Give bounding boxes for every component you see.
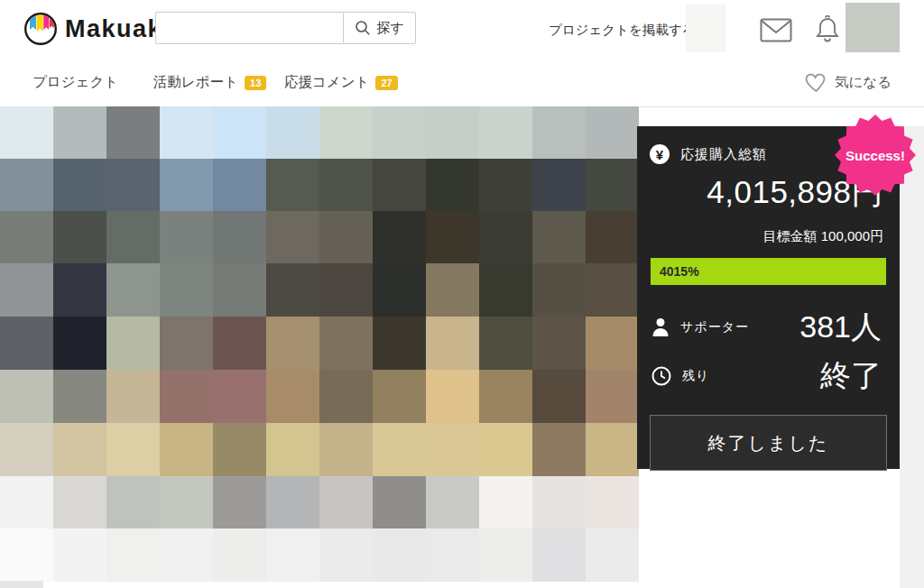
mosaic-cell (426, 476, 479, 528)
search-input[interactable] (155, 12, 343, 44)
mosaic-cell (479, 317, 532, 370)
mosaic-cell (53, 106, 106, 159)
mosaic-cell (373, 106, 426, 159)
mosaic-cell (319, 370, 373, 423)
mosaic-cell (53, 211, 106, 263)
tab-activity-report[interactable]: 活動レポート 13 (153, 60, 266, 106)
mosaic-cell (319, 159, 373, 211)
mosaic-cell (373, 159, 426, 211)
mosaic-cell (373, 317, 426, 370)
mosaic-cell (160, 106, 213, 159)
mosaic-cell (0, 211, 53, 263)
mosaic-cell (160, 263, 213, 317)
mosaic-cell (479, 263, 532, 317)
mosaic-cell (213, 263, 266, 317)
mosaic-cell (479, 106, 532, 159)
mosaic-cell (319, 528, 373, 582)
blurred-header-element (686, 5, 725, 52)
mosaic-cell (426, 528, 479, 582)
mosaic-cell (373, 476, 426, 528)
makuake-logo-icon (23, 12, 58, 46)
activity-report-count-badge: 13 (245, 76, 266, 90)
mosaic-cell (426, 159, 479, 211)
mosaic-cell (0, 159, 53, 211)
clock-icon (651, 366, 671, 386)
mosaic-cell (213, 476, 266, 528)
project-ended-button[interactable]: 終了しました (650, 415, 887, 471)
notifications-button[interactable] (815, 15, 840, 44)
tab-activity-report-label: 活動レポート (153, 73, 238, 92)
total-funding-label: 応援購入総額 (680, 146, 767, 163)
mosaic-cell (586, 476, 639, 528)
mosaic-cell (213, 211, 266, 263)
mosaic-cell (106, 528, 160, 582)
mosaic-cell (586, 370, 639, 423)
mosaic-cell (319, 263, 373, 317)
mail-button[interactable] (760, 18, 792, 42)
supporter-label: サポーター (680, 319, 749, 335)
mosaic-cell (106, 370, 160, 423)
mosaic-cell (106, 211, 160, 263)
mosaic-cell (373, 211, 426, 263)
mosaic-cell (213, 106, 266, 159)
mosaic-cell (319, 476, 373, 528)
mosaic-cell (53, 317, 106, 370)
mosaic-cell (479, 159, 532, 211)
mosaic-cell (586, 159, 639, 211)
heart-icon (805, 73, 827, 93)
mosaic-cell (426, 317, 479, 370)
mosaic-cell (532, 159, 586, 211)
avatar[interactable] (845, 3, 900, 52)
mosaic-cell (266, 211, 319, 263)
mosaic-cell (586, 423, 639, 476)
mosaic-cell (319, 317, 373, 370)
supporter-icon (651, 317, 670, 337)
mosaic-cell (319, 106, 373, 159)
mosaic-cell (532, 528, 586, 582)
mail-icon (760, 18, 792, 42)
success-badge-label: Success! (835, 115, 916, 196)
mosaic-cell (213, 370, 266, 423)
makuake-logo[interactable]: Makuake (23, 12, 178, 46)
mosaic-cell (426, 423, 479, 476)
mosaic-cell (213, 423, 266, 476)
mosaic-cell (160, 317, 213, 370)
mosaic-cell (532, 370, 586, 423)
mosaic-cell (319, 423, 373, 476)
mosaic-cell (0, 528, 53, 582)
search-icon (355, 20, 371, 36)
favorite-button[interactable]: 気になる (805, 60, 892, 106)
mosaic-cell (53, 423, 106, 476)
mosaic-cell (213, 159, 266, 211)
mosaic-cell (426, 263, 479, 317)
remaining-label: 残り (682, 368, 709, 384)
mosaic-cell (532, 476, 586, 528)
tab-project-label: プロジェクト (32, 73, 118, 92)
mosaic-cell (266, 159, 319, 211)
tab-support-comments[interactable]: 応援コメント 27 (284, 60, 398, 106)
mosaic-cell (53, 476, 106, 528)
mosaic-cell (426, 211, 479, 263)
mosaic-cell (373, 370, 426, 423)
progress-bar: 4015% (651, 258, 886, 285)
bell-icon (815, 15, 840, 44)
search-button-label: 探す (376, 20, 403, 37)
mosaic-cell (373, 263, 426, 317)
mosaic-cell (106, 423, 160, 476)
mosaic-cell (373, 423, 426, 476)
mosaic-cell (160, 476, 213, 528)
tab-support-comments-label: 応援コメント (284, 73, 369, 92)
tab-project[interactable]: プロジェクト (32, 60, 118, 106)
mosaic-cell (0, 263, 53, 317)
mosaic-cell (586, 317, 639, 370)
mosaic-cell (0, 423, 53, 476)
mosaic-cell (213, 317, 266, 370)
supporter-count: 381人 (799, 307, 885, 348)
mosaic-cell (106, 106, 160, 159)
mosaic-cell (479, 423, 532, 476)
mosaic-cell (532, 423, 586, 476)
search-button[interactable]: 探す (343, 12, 416, 44)
mosaic-cell (586, 263, 639, 317)
mosaic-cell (479, 211, 532, 263)
post-project-link[interactable]: プロジェクトを掲載する (549, 22, 696, 39)
